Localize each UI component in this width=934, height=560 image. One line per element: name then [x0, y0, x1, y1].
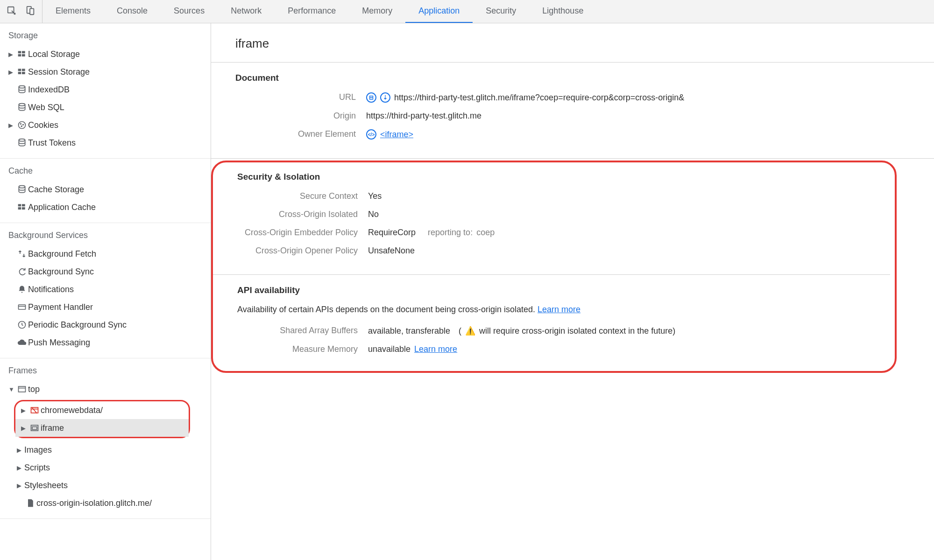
sidebar-item-label: Background Fetch	[28, 249, 96, 259]
tab-memory[interactable]: Memory	[349, 0, 405, 23]
secure-context-label: Secure Context	[237, 191, 368, 201]
database-icon	[16, 138, 28, 147]
sync-icon	[16, 267, 28, 276]
sidebar-item-label: Notifications	[28, 285, 74, 294]
origin-label: Origin	[235, 111, 366, 121]
sidebar-item-session-storage[interactable]: ▶Session Storage	[0, 63, 211, 81]
card-icon	[16, 302, 28, 312]
sidebar-item-notifications[interactable]: ▶Notifications	[0, 280, 211, 298]
sidebar-item-background-sync[interactable]: ▶Background Sync	[0, 263, 211, 280]
document-heading: Document	[235, 73, 934, 83]
sidebar-item-label: iframe	[41, 423, 64, 433]
toolbar-tools	[0, 0, 42, 23]
highlight-annotation: ▶chromewebdata/ ▶iframe	[14, 400, 190, 438]
api-heading: API availability	[237, 285, 890, 295]
svg-rect-7	[18, 69, 21, 71]
sidebar-item-websql[interactable]: ▶Web SQL	[0, 98, 211, 116]
tab-elements[interactable]: Elements	[42, 0, 104, 23]
iframe-icon	[28, 423, 41, 433]
svg-rect-3	[18, 51, 21, 53]
panel-title: iframe	[211, 23, 934, 63]
frame-images[interactable]: ▶Images	[0, 441, 211, 459]
storage-icon	[16, 203, 28, 212]
frame-iframe[interactable]: ▶iframe	[15, 419, 189, 437]
sidebar-item-local-storage[interactable]: ▶Local Storage	[0, 45, 211, 63]
storage-icon	[16, 67, 28, 77]
coep-reporting-label: reporting to:	[428, 228, 473, 238]
sidebar-item-indexeddb[interactable]: ▶IndexedDB	[0, 81, 211, 98]
svg-point-18	[19, 186, 25, 188]
owner-element-link[interactable]: <iframe>	[380, 130, 413, 140]
tab-security[interactable]: Security	[473, 0, 529, 23]
secure-context-value: Yes	[368, 191, 382, 201]
tab-sources[interactable]: Sources	[161, 0, 218, 23]
device-icon[interactable]	[25, 6, 35, 17]
svg-rect-20	[22, 204, 25, 206]
svg-rect-23	[19, 305, 26, 309]
sidebar-item-cookies[interactable]: ▶Cookies	[0, 116, 211, 134]
sidebar-item-cache-storage[interactable]: ▶Cache Storage	[0, 181, 211, 198]
tab-performance[interactable]: Performance	[275, 0, 349, 23]
svg-point-17	[19, 139, 25, 141]
url-value: https://third-party-test.glitch.me/ifram…	[394, 93, 684, 103]
sidebar-item-background-fetch[interactable]: ▶Background Fetch	[0, 245, 211, 263]
svg-rect-26	[19, 386, 26, 392]
svg-rect-9	[18, 72, 21, 74]
svg-rect-8	[22, 69, 25, 71]
tab-lighthouse[interactable]: Lighthouse	[529, 0, 596, 23]
section-frames-title: Frames	[0, 363, 211, 380]
sidebar-item-label: Application Cache	[28, 203, 96, 212]
element-tag-icon[interactable]: </>	[366, 129, 376, 140]
security-heading: Security & Isolation	[237, 172, 890, 182]
sidebar-item-application-cache[interactable]: ▶Application Cache	[0, 198, 211, 216]
reveal-network-icon[interactable]: ⊟	[366, 92, 376, 103]
tab-application[interactable]: Application	[405, 0, 473, 23]
svg-rect-4	[22, 51, 25, 53]
measure-memory-label: Measure Memory	[237, 344, 368, 354]
sidebar-item-label: Trust Tokens	[28, 138, 76, 148]
highlight-annotation: Security & Isolation Secure Context Yes …	[211, 161, 897, 373]
frame-scripts[interactable]: ▶Scripts	[0, 459, 211, 476]
cookie-icon	[16, 120, 28, 130]
sidebar-item-label: Payment Handler	[28, 302, 93, 312]
sidebar-item-label: top	[28, 385, 40, 394]
storage-icon	[16, 49, 28, 59]
measure-memory-value: unavailable	[368, 344, 410, 354]
sidebar-item-trust-tokens[interactable]: ▶Trust Tokens	[0, 134, 211, 152]
sidebar-item-push-messaging[interactable]: ▶Push Messaging	[0, 334, 211, 351]
tab-network[interactable]: Network	[218, 0, 275, 23]
frame-top[interactable]: ▼top	[0, 380, 211, 398]
sidebar-item-periodic-sync[interactable]: ▶Periodic Background Sync	[0, 316, 211, 334]
frame-chromewebdata[interactable]: ▶chromewebdata/	[15, 401, 189, 419]
sidebar-item-label: Background Sync	[28, 267, 94, 277]
coep-value: RequireCorp	[368, 228, 416, 238]
warning-icon: ⚠️	[465, 326, 475, 336]
section-cache-title: Cache	[0, 163, 211, 181]
api-description: Availability of certain APIs depends on …	[237, 305, 535, 314]
sidebar-item-label: Cookies	[28, 120, 58, 130]
sidebar-item-label: Images	[24, 445, 52, 455]
application-sidebar: Storage ▶Local Storage ▶Session Storage …	[0, 23, 211, 560]
sidebar-item-label: Scripts	[24, 463, 50, 473]
frame-document[interactable]: ▶cross-origin-isolation.glitch.me/	[0, 494, 211, 512]
learn-more-link[interactable]: Learn more	[538, 305, 580, 314]
origin-value: https://third-party-test.glitch.me	[366, 111, 481, 121]
sab-value: available, transferable	[368, 326, 450, 336]
sidebar-item-payment-handler[interactable]: ▶Payment Handler	[0, 298, 211, 316]
sidebar-item-label: cross-origin-isolation.glitch.me/	[36, 498, 152, 508]
frame-stylesheets[interactable]: ▶Stylesheets	[0, 476, 211, 494]
inspect-icon[interactable]	[7, 6, 17, 17]
sidebar-item-label: Web SQL	[28, 103, 64, 112]
svg-rect-2	[30, 8, 34, 14]
frame-detail-panel: iframe Document URL ⊟ ⇣ https://third-pa…	[211, 23, 934, 560]
blocked-frame-icon	[28, 406, 41, 415]
coop-value: UnsafeNone	[368, 246, 415, 256]
reveal-source-icon[interactable]: ⇣	[380, 92, 390, 103]
learn-more-link[interactable]: Learn more	[414, 344, 457, 354]
tab-console[interactable]: Console	[104, 0, 161, 23]
frame-icon	[16, 385, 28, 394]
svg-point-13	[19, 122, 26, 129]
svg-point-14	[21, 124, 21, 125]
svg-rect-32	[32, 427, 37, 430]
svg-point-12	[19, 104, 25, 106]
